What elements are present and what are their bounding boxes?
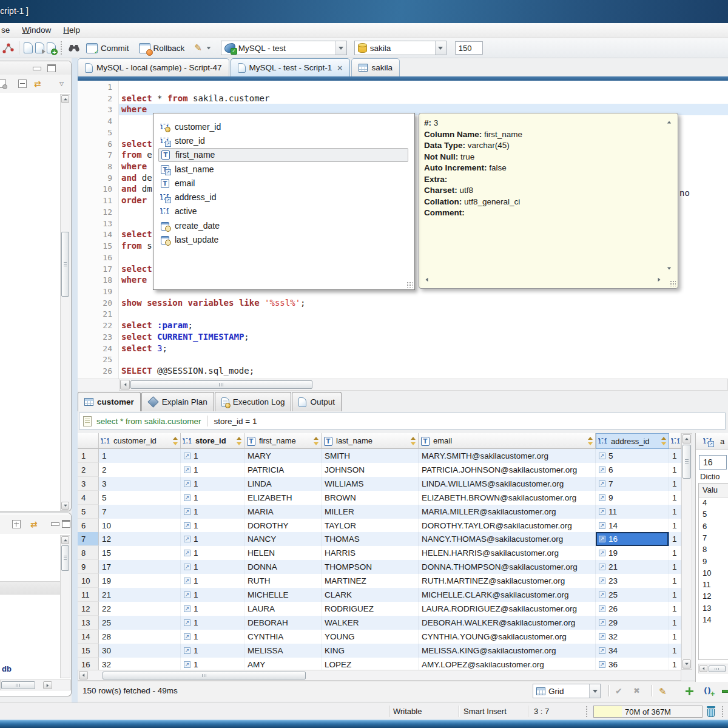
grid-cell[interactable]: 1 bbox=[669, 644, 681, 658]
sort-icon[interactable] bbox=[237, 437, 242, 445]
column-header-store_id[interactable]: store_id bbox=[181, 433, 244, 449]
sort-icon[interactable] bbox=[314, 437, 319, 445]
autocomplete-item[interactable]: last_name bbox=[158, 162, 408, 176]
grid-cell[interactable]: RODRIGUEZ bbox=[322, 602, 419, 616]
autocomplete-item[interactable]: first_name bbox=[158, 148, 408, 162]
resize-grip[interactable] bbox=[670, 280, 676, 286]
grid-cell[interactable]: 1 bbox=[669, 532, 681, 546]
fetch-size-input[interactable]: 150 bbox=[455, 41, 483, 55]
grid-cell[interactable]: WALKER bbox=[322, 616, 419, 630]
dictionary-value[interactable]: 14 bbox=[699, 614, 728, 625]
row-number[interactable]: 12 bbox=[78, 602, 99, 616]
editor-tab[interactable]: MySQL - local (sample) - Script-47 bbox=[78, 58, 229, 76]
row-number[interactable]: 16 bbox=[78, 658, 99, 670]
column-header-customer_id[interactable]: customer_id bbox=[99, 433, 181, 449]
editor-tab[interactable]: sakila bbox=[351, 58, 400, 76]
grid-cell[interactable]: 1 bbox=[669, 449, 681, 463]
scroll-right-icon[interactable] bbox=[43, 681, 52, 689]
minimize-icon[interactable] bbox=[33, 67, 41, 70]
column-header-last_name[interactable]: last_name bbox=[322, 433, 419, 449]
grid-cell[interactable]: CYNTHIA bbox=[244, 630, 322, 644]
sort-icon[interactable] bbox=[411, 437, 416, 445]
resize-grip[interactable] bbox=[406, 281, 413, 288]
minimize-icon[interactable] bbox=[51, 522, 59, 526]
garbage-collect-icon[interactable] bbox=[706, 706, 716, 717]
menu-item-help[interactable]: Help bbox=[57, 23, 86, 38]
grid-cell[interactable]: DEBORAH.WALKER@sakilacustomer.org bbox=[419, 616, 596, 630]
grid-cell[interactable]: MELISSA bbox=[244, 644, 322, 658]
grid-cell[interactable]: HELEN bbox=[244, 546, 322, 560]
grid-cell[interactable]: 19 bbox=[99, 574, 181, 588]
autocomplete-item[interactable]: create_date bbox=[158, 218, 408, 232]
grid-cell[interactable]: 21 bbox=[596, 560, 669, 574]
grid-cell[interactable]: YOUNG bbox=[322, 630, 419, 644]
grid-cell[interactable]: LAURA bbox=[244, 602, 322, 616]
new-sql-editor-icon[interactable] bbox=[24, 42, 33, 53]
row-number[interactable]: 3 bbox=[78, 477, 99, 491]
grid-cell[interactable]: PATRICIA.JOHNSON@sakilacustomer.org bbox=[419, 463, 596, 477]
grid-cell[interactable]: 36 bbox=[596, 658, 669, 670]
dictionary-value[interactable]: 11 bbox=[699, 579, 728, 590]
autocomplete-item[interactable]: active bbox=[158, 204, 408, 218]
grid-cell[interactable]: 25 bbox=[596, 588, 669, 602]
grid-cell[interactable]: 1 bbox=[669, 616, 681, 630]
rollback-button[interactable]: Rollback bbox=[135, 42, 189, 55]
grid-cell[interactable]: DOROTHY bbox=[244, 519, 322, 533]
column-header-email[interactable]: email bbox=[419, 433, 596, 449]
delete-row-icon[interactable] bbox=[722, 690, 728, 693]
dictionary-value[interactable]: 7 bbox=[699, 532, 728, 544]
grid-cell[interactable]: 1 bbox=[669, 658, 681, 670]
grid-cell[interactable]: CYNTHIA.YOUNG@sakilacustomer.org bbox=[419, 630, 596, 644]
view-menu-icon[interactable]: ▽ bbox=[59, 81, 64, 87]
dictionary-value[interactable]: 12 bbox=[699, 590, 728, 602]
row-number[interactable]: 6 bbox=[78, 519, 99, 533]
maximize-icon[interactable] bbox=[62, 520, 70, 528]
dropdown-button[interactable] bbox=[335, 41, 346, 55]
results-tab-explain-plan[interactable]: Explain Plan bbox=[141, 392, 214, 411]
database-selector[interactable]: sakila bbox=[354, 41, 447, 55]
scrollbar-thumb[interactable] bbox=[1, 681, 35, 689]
grid-cell[interactable]: 14 bbox=[596, 519, 669, 533]
row-number[interactable]: 9 bbox=[78, 560, 99, 574]
connection-selector[interactable]: MySQL - test bbox=[221, 41, 347, 55]
grid-hscrollbar[interactable] bbox=[78, 670, 681, 681]
grid-cell[interactable]: 1 bbox=[669, 519, 681, 533]
grid-cell[interactable]: 22 bbox=[99, 602, 181, 616]
autocomplete-item[interactable]: email bbox=[158, 176, 408, 190]
grid-cell[interactable]: 32 bbox=[99, 658, 181, 670]
grid-cell[interactable]: HELEN.HARRIS@sakilacustomer.org bbox=[419, 546, 596, 560]
scroll-down-icon[interactable] bbox=[682, 659, 691, 669]
grid-cell[interactable]: 1 bbox=[181, 616, 244, 630]
scroll-left-icon[interactable] bbox=[699, 665, 707, 672]
dropdown-button[interactable] bbox=[435, 41, 446, 55]
grid-cell[interactable]: 21 bbox=[99, 588, 181, 602]
grid-cell[interactable]: 19 bbox=[596, 546, 669, 560]
grid-cell[interactable]: MARY bbox=[244, 449, 322, 463]
grid-cell[interactable]: 1 bbox=[181, 588, 244, 602]
search-icon[interactable] bbox=[68, 43, 80, 53]
grid-cell[interactable]: PATRICIA bbox=[244, 463, 322, 477]
grid-cell[interactable]: 1 bbox=[669, 560, 681, 574]
grid-cell[interactable]: CLARK bbox=[322, 588, 419, 602]
grid-cell[interactable]: 1 bbox=[669, 505, 681, 519]
row-number[interactable]: 2 bbox=[78, 463, 99, 477]
cell-value-input[interactable]: 16 bbox=[699, 455, 727, 470]
grid-cell[interactable]: SMITH bbox=[322, 449, 419, 463]
expand-all-icon[interactable] bbox=[12, 520, 21, 528]
grid-cell[interactable]: NANCY bbox=[244, 532, 322, 546]
grid-cell[interactable]: 1 bbox=[181, 546, 244, 560]
grid-cell[interactable]: 1 bbox=[669, 588, 681, 602]
grid-cell[interactable]: RUTH.MARTINEZ@sakilacustomer.org bbox=[419, 574, 596, 588]
grid-cell[interactable]: 1 bbox=[181, 505, 244, 519]
grid-cell[interactable]: 9 bbox=[596, 491, 669, 505]
grid-cell[interactable]: 5 bbox=[99, 491, 181, 505]
open-sql-script-icon[interactable] bbox=[35, 42, 44, 53]
grid-cell[interactable]: 1 bbox=[181, 532, 244, 546]
row-number[interactable]: 1 bbox=[78, 449, 99, 463]
grid-cell[interactable]: 34 bbox=[596, 644, 669, 658]
sort-icon[interactable] bbox=[173, 437, 178, 445]
grid-cell[interactable]: 25 bbox=[99, 616, 181, 630]
sort-icon[interactable] bbox=[661, 437, 667, 445]
column-header-address_id[interactable]: address_id bbox=[596, 433, 669, 449]
menu-item-window[interactable]: Window bbox=[16, 23, 57, 38]
